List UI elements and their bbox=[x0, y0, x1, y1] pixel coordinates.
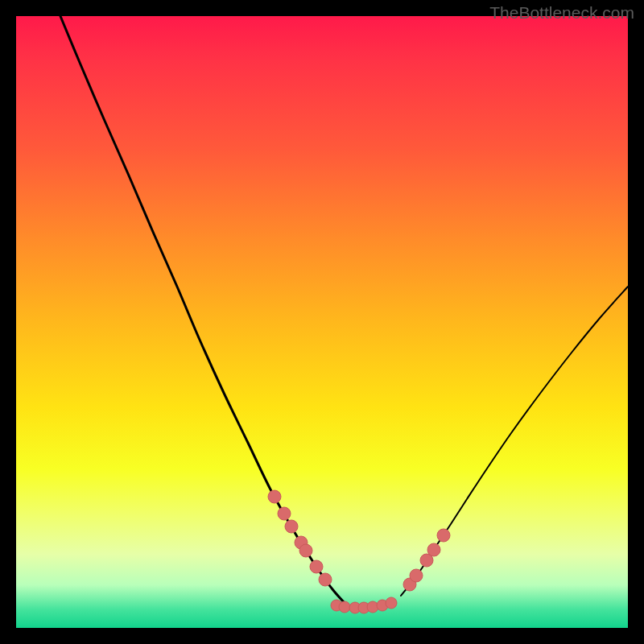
data-point-icon bbox=[310, 560, 323, 573]
data-point-icon bbox=[437, 529, 450, 542]
data-point-icon bbox=[339, 601, 350, 613]
chart-svg bbox=[16, 16, 628, 628]
watermark-label: TheBottleneck.com bbox=[489, 3, 634, 23]
chart-container: TheBottleneck.com bbox=[0, 0, 644, 644]
data-point-icon bbox=[410, 569, 423, 582]
data-point-icon bbox=[285, 520, 298, 533]
data-point-icon bbox=[319, 573, 332, 586]
data-point-icon bbox=[299, 544, 312, 557]
curve-left-curve bbox=[60, 16, 344, 602]
data-point-icon bbox=[268, 490, 281, 503]
data-point-icon bbox=[278, 507, 291, 520]
data-point-icon bbox=[427, 543, 440, 556]
plot-area bbox=[16, 16, 628, 628]
data-point-icon bbox=[386, 597, 397, 609]
